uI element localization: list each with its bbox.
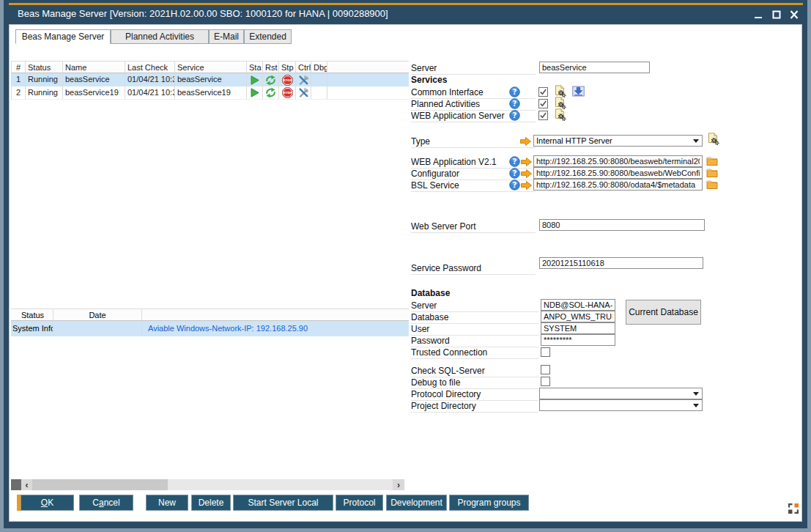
start-service-icon[interactable] bbox=[249, 75, 260, 86]
tab-e-mail[interactable]: E-Mail bbox=[209, 29, 244, 44]
row-name: beasService19 bbox=[63, 86, 125, 100]
col-filler bbox=[327, 61, 409, 73]
stop-service-icon[interactable] bbox=[282, 75, 293, 86]
log-message: Aviable Windows-Network-IP: 192.168.25.9… bbox=[142, 321, 409, 336]
scroll-left-icon[interactable]: ‹ bbox=[21, 479, 32, 490]
help-icon[interactable] bbox=[509, 156, 520, 167]
db-password-input[interactable] bbox=[541, 334, 615, 346]
bsl-service-url-input[interactable] bbox=[533, 179, 703, 191]
scroll-right-icon[interactable]: › bbox=[393, 479, 404, 490]
close-icon[interactable] bbox=[788, 10, 800, 20]
scrollbar-track[interactable] bbox=[32, 479, 393, 490]
splitter-handle[interactable] bbox=[11, 479, 21, 490]
service-settings-icon[interactable] bbox=[554, 97, 566, 109]
service-settings-icon[interactable] bbox=[554, 108, 566, 121]
web-application-url-input[interactable] bbox=[533, 155, 703, 167]
service-settings-icon[interactable] bbox=[554, 85, 566, 97]
resize-grip-icon[interactable] bbox=[787, 502, 800, 515]
horizontal-scrollbar: ‹ › bbox=[11, 479, 404, 490]
debug-to-file-label: Debug to file bbox=[411, 377, 538, 389]
delete-button[interactable]: Delete bbox=[191, 495, 231, 511]
help-icon[interactable] bbox=[509, 110, 520, 121]
protocol-directory-label: Protocol Directory bbox=[411, 389, 538, 401]
trusted-connection-label: Trusted Connection bbox=[411, 347, 538, 359]
window-title: Beas Manage Server [Version: 2021H.02.00… bbox=[18, 8, 388, 19]
folder-icon[interactable] bbox=[706, 167, 718, 178]
db-name-label: Database bbox=[411, 312, 538, 324]
web-server-port-input[interactable] bbox=[539, 219, 705, 231]
orange-arrow-icon[interactable] bbox=[520, 180, 533, 191]
db-name-input[interactable] bbox=[541, 311, 615, 322]
orange-arrow-icon[interactable] bbox=[520, 157, 533, 167]
tab-beas-manage-server[interactable]: Beas Manage Server bbox=[15, 29, 111, 44]
folder-icon[interactable] bbox=[706, 179, 718, 190]
db-server-input[interactable] bbox=[541, 299, 615, 311]
web-application-server-checkbox[interactable] bbox=[538, 111, 548, 120]
new-button[interactable]: New bbox=[146, 495, 188, 511]
check-sql-server-checkbox[interactable] bbox=[541, 365, 550, 374]
db-user-input[interactable] bbox=[541, 322, 615, 334]
tab-extended[interactable]: Extended bbox=[244, 29, 292, 44]
restart-service-icon[interactable] bbox=[265, 87, 276, 98]
folder-icon[interactable] bbox=[706, 155, 718, 166]
server-input[interactable] bbox=[539, 62, 650, 73]
system-info-table: Status Date System Info Aviable Windows-… bbox=[11, 309, 409, 336]
col-stp: Stp bbox=[279, 61, 296, 73]
planned-activities-checkbox[interactable] bbox=[538, 99, 548, 108]
type-settings-icon[interactable] bbox=[707, 133, 719, 145]
development-button[interactable]: Development bbox=[386, 495, 447, 511]
service-tools-icon[interactable] bbox=[298, 87, 309, 98]
help-icon[interactable] bbox=[509, 98, 520, 109]
download-icon[interactable] bbox=[572, 85, 585, 97]
col-message bbox=[142, 309, 409, 321]
start-server-local-button[interactable]: Start Server Local bbox=[233, 495, 333, 511]
check-sql-server-label: Check SQL-Server bbox=[411, 366, 538, 377]
log-status: System Info bbox=[11, 321, 53, 336]
cancel-button[interactable]: Cancel bbox=[79, 495, 133, 511]
db-password-label: Password bbox=[411, 336, 538, 347]
col-status: Status bbox=[11, 309, 53, 321]
system-info-header: Status Date bbox=[11, 309, 409, 321]
service-table: # Status Name Last Check Service Sta Rst… bbox=[11, 61, 409, 100]
protocol-directory-select[interactable] bbox=[539, 388, 703, 399]
col-num: # bbox=[11, 61, 26, 73]
col-status: Status bbox=[26, 61, 63, 73]
program-groups-button[interactable]: Program groups bbox=[449, 495, 529, 511]
type-select[interactable]: Internal HTTP Server bbox=[533, 135, 703, 147]
orange-arrow-icon[interactable] bbox=[519, 136, 532, 147]
scrollbar-thumb[interactable] bbox=[32, 479, 168, 490]
table-row[interactable]: 1 Running beasService 01/04/21 10:35 bea… bbox=[11, 73, 409, 86]
col-ctrl: Ctrl bbox=[296, 61, 311, 73]
orange-arrow-icon[interactable] bbox=[520, 169, 533, 179]
service-password-input[interactable] bbox=[539, 257, 703, 269]
system-info-row[interactable]: System Info Aviable Windows-Network-IP: … bbox=[11, 321, 409, 336]
ok-button[interactable]: OK bbox=[21, 495, 74, 511]
table-row[interactable]: 2 Running beasService19 01/04/21 10:35 b… bbox=[11, 86, 409, 100]
server-label: Server bbox=[411, 63, 536, 75]
help-icon[interactable] bbox=[509, 168, 520, 179]
restart-service-icon[interactable] bbox=[265, 75, 276, 86]
col-name: Name bbox=[63, 61, 125, 73]
database-header: Database bbox=[411, 288, 450, 299]
row-service: beasService19 bbox=[175, 86, 247, 100]
row-last-check: 01/04/21 10:35 bbox=[125, 86, 175, 100]
service-tools-icon[interactable] bbox=[298, 75, 309, 86]
chevron-down-icon bbox=[693, 404, 699, 407]
current-database-button[interactable]: Current Database bbox=[626, 300, 701, 325]
minimize-icon[interactable] bbox=[752, 10, 764, 20]
stop-service-icon[interactable] bbox=[282, 87, 293, 98]
help-icon[interactable] bbox=[509, 86, 520, 97]
protocol-button[interactable]: Protocol bbox=[336, 495, 383, 511]
col-last-check: Last Check bbox=[125, 61, 175, 73]
common-interface-checkbox[interactable] bbox=[538, 87, 548, 97]
configurator-url-input[interactable] bbox=[533, 167, 703, 179]
accent-bar bbox=[9, 3, 803, 5]
trusted-connection-checkbox[interactable] bbox=[541, 347, 550, 357]
help-icon[interactable] bbox=[509, 180, 520, 191]
project-directory-select[interactable] bbox=[539, 399, 703, 411]
maximize-icon[interactable] bbox=[771, 10, 782, 20]
debug-to-file-checkbox[interactable] bbox=[541, 377, 550, 386]
start-service-icon[interactable] bbox=[249, 87, 260, 98]
tab-planned-activities[interactable]: Planned Activities bbox=[111, 29, 209, 44]
type-label: Type bbox=[411, 136, 536, 148]
